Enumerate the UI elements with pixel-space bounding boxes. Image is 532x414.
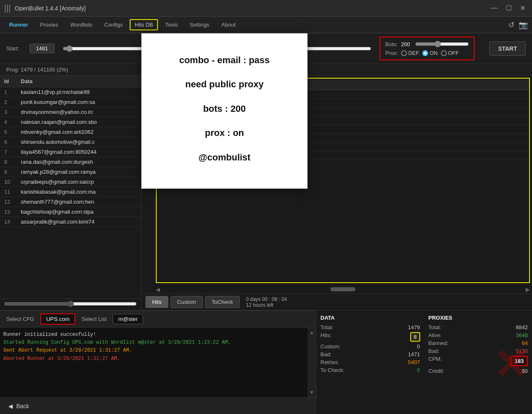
prog-value: 1479 / 141165 (2%) xyxy=(21,67,68,73)
list-item[interactable]: 8 rana.das@gmail.com:durgesh xyxy=(0,157,141,167)
menu-runner[interactable]: Runner xyxy=(4,19,33,30)
cpm-val: 183 xyxy=(510,356,528,366)
menu-tools[interactable]: Tools xyxy=(160,19,182,30)
list-item-id: 11 xyxy=(4,189,21,195)
list-item[interactable]: 4 natesan.raajan@gmail.com:sbo xyxy=(0,117,141,127)
total-val: 1479 xyxy=(408,324,420,330)
list-item[interactable]: 2 punit.kusumgar@gmail.com:sa xyxy=(0,97,141,107)
list-item[interactable]: 3 drvinayoommen@yahoo.co.in: xyxy=(0,107,141,117)
list-body[interactable]: 1 kasiam11@vp.pl:michalak99 2 punit.kusu… xyxy=(0,87,141,298)
menu-proxies[interactable]: Proxies xyxy=(35,19,63,30)
list-item[interactable]: 10 crpradeeps@gmail.com:saicrp xyxy=(0,177,141,187)
list-item-data: ramyak.p28@gmail.com:ramya xyxy=(21,169,137,175)
list-item-id: 6 xyxy=(4,139,21,145)
tocheck-row: To Check: 0 xyxy=(320,367,420,373)
tab-custom[interactable]: Custom xyxy=(170,296,203,308)
menubar: Runner Proxies Wordlists Configs Hits DB… xyxy=(0,17,532,33)
list-item-id: 7 xyxy=(4,149,21,155)
window-controls: — ☐ ✕ xyxy=(488,3,528,13)
total-label: Total: xyxy=(320,324,333,330)
menu-hitsdb[interactable]: Hits DB xyxy=(130,19,158,30)
titlebar: ||| OpenBullet 1.4.4 [Anomaly] — ☐ ✕ xyxy=(0,0,532,17)
log-scroll[interactable]: ▲ ▼ xyxy=(308,328,316,397)
list-scroll-slider[interactable] xyxy=(4,301,137,307)
bots-slider[interactable] xyxy=(415,41,469,47)
data-stats: DATA Total: 1479 Hits: 8 Custom: 0 Bad: xyxy=(320,315,420,376)
credit-label: Credit: xyxy=(429,368,444,374)
menu-about[interactable]: About xyxy=(217,19,241,30)
proxy-alive-row: Alive: 3648 xyxy=(429,332,528,338)
capture-scrollbar[interactable]: ◀ ▶ xyxy=(154,285,532,293)
time-info: 0 days 00 : 08 : 04 12 hours left xyxy=(246,296,287,308)
scroll-left-arrow[interactable]: ◀ xyxy=(156,286,160,293)
list-item-id: 14 xyxy=(4,219,21,225)
cfg-button[interactable]: UPS.com xyxy=(40,313,75,325)
list-item[interactable]: 5 mbvenky@gmail.com:arti1062 xyxy=(0,127,141,137)
prox-on-label: ON xyxy=(429,50,438,56)
start-value[interactable]: 1481 xyxy=(30,44,54,53)
minimize-button[interactable]: — xyxy=(488,3,500,13)
prox-def-option[interactable]: DEF xyxy=(401,50,419,56)
menu-settings[interactable]: Settings xyxy=(185,19,214,30)
list-item[interactable]: 11 kanishkabasak@gmail.com:ma xyxy=(0,187,141,197)
scroll-down-icon[interactable]: ▼ xyxy=(309,389,314,395)
list-item[interactable]: 7 ilaya4567@gmail.com:8050244 xyxy=(0,147,141,157)
proxy-alive-label: Alive: xyxy=(429,332,442,338)
proxy-stats-title: PROXIES xyxy=(429,315,528,321)
list-item[interactable]: 12 shemanth777@gmail.com:hen xyxy=(0,197,141,207)
camera-icon[interactable]: 📷 xyxy=(519,20,528,30)
list-button[interactable]: m@ster xyxy=(113,314,143,324)
prox-on-option[interactable]: ON xyxy=(422,50,438,56)
list-item-id: 8 xyxy=(4,159,21,165)
bots-prox-controls: Bots: 200 Prox: DEF ON xyxy=(379,37,475,60)
log-line: Runner initialized succesfully! xyxy=(3,331,304,339)
proxy-total-val: 8842 xyxy=(516,324,528,330)
list-item[interactable]: 14 assarpratik@gmail.com:kimi74 xyxy=(0,217,141,227)
overlay-line2: need public proxy xyxy=(154,74,295,94)
prox-def-label: DEF xyxy=(408,50,419,56)
prox-off-option[interactable]: OFF xyxy=(441,50,459,56)
list-item[interactable]: 13 bagchishivaji@gmail.com:stpa xyxy=(0,207,141,217)
tab-tocheck[interactable]: ToCheck xyxy=(205,296,240,308)
proxy-banned-val: 64 xyxy=(522,340,528,346)
scroll-right-arrow[interactable]: ▶ xyxy=(526,286,530,293)
scroll-thumb xyxy=(330,287,355,291)
list-item[interactable]: 9 ramyak.p28@gmail.com:ramya xyxy=(0,167,141,177)
menu-wordlists[interactable]: Wordlists xyxy=(65,19,97,30)
bots-label: Bots: xyxy=(385,41,398,47)
time-elapsed: 0 days 00 : 08 : 04 xyxy=(246,296,287,302)
list-item-id: 10 xyxy=(4,179,21,185)
list-item-id: 4 xyxy=(4,119,21,125)
list-item[interactable]: 6 shirsendu.automotive@gmail.c xyxy=(0,137,141,147)
prox-radio-group: DEF ON OFF xyxy=(401,50,459,56)
close-button[interactable]: ✕ xyxy=(517,3,528,13)
menu-configs[interactable]: Configs xyxy=(99,19,128,30)
bad-label: Bad: xyxy=(320,351,332,357)
list-item-data: rana.das@gmail.com:durgesh xyxy=(21,159,137,165)
bad-row: Bad: 1471 xyxy=(320,351,420,357)
proxy-banned-row: Banned: 64 xyxy=(429,340,528,346)
credit-val: $0 xyxy=(522,368,528,374)
list-item-data: bagchishivaji@gmail.com:stpa xyxy=(21,209,137,215)
proxy-total-label: Total: xyxy=(429,324,441,330)
start-button[interactable]: START xyxy=(489,42,526,56)
maximize-button[interactable]: ☐ xyxy=(503,3,514,13)
list-scrollbar[interactable] xyxy=(0,298,141,310)
col-id-header: Id xyxy=(4,78,21,84)
tocheck-label: To Check: xyxy=(320,367,345,373)
data-stats-title: DATA xyxy=(320,315,420,321)
prox-off-radio xyxy=(441,50,447,56)
list-item[interactable]: 1 kasiam11@vp.pl:michalak99 xyxy=(0,87,141,97)
proxy-total-row: Total: 8842 xyxy=(429,324,528,330)
log-line: Started Running Config UPS.com with Word… xyxy=(3,339,304,347)
bottom-section: Select CFG UPS.com Select List m@ster Ru… xyxy=(0,310,532,414)
overlay-line3: bots : 200 xyxy=(154,99,295,119)
history-icon[interactable]: ↺ xyxy=(508,20,515,30)
scroll-up-icon[interactable]: ▲ xyxy=(309,330,314,335)
cpm-label: CPM: xyxy=(429,356,442,366)
center-overlay: combo - email : pass need public proxy b… xyxy=(141,33,308,189)
tab-hits[interactable]: Hits xyxy=(145,296,168,308)
back-button[interactable]: ◀ Back xyxy=(0,399,37,413)
custom-val: 0 xyxy=(417,343,420,350)
log-line: Sent Abort Request at 3/28/2021 1:31:27 … xyxy=(3,347,304,355)
